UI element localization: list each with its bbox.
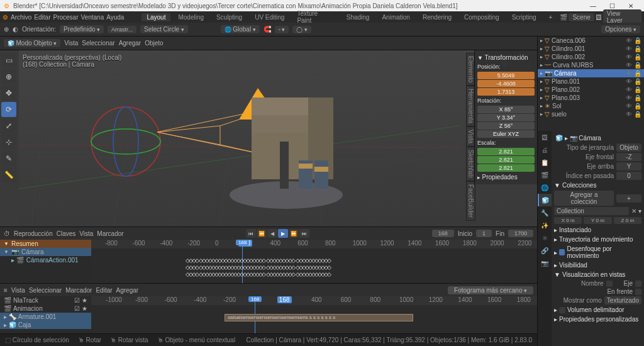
outliner-item[interactable]: ▸▽Cilindro.001👁🔒 [538, 45, 644, 53]
move-tool[interactable]: ✥ [1, 86, 16, 101]
show-axis[interactable] [635, 281, 641, 287]
motion-blur-check[interactable] [559, 249, 565, 255]
nla-icon[interactable]: ≡ [4, 287, 8, 294]
nla-strip[interactable]: salsalsensensensensensensensens s s s s … [225, 314, 413, 321]
view-menu-tl[interactable]: Vista [79, 230, 93, 237]
props-header[interactable]: ▸ Propiedades [477, 172, 535, 182]
nla-edit-menu[interactable]: Editar [96, 287, 112, 294]
menu-procesar[interactable]: Procesar [53, 14, 78, 21]
up-axis[interactable]: Y [616, 162, 641, 170]
scale-x[interactable]: 2.821 [477, 148, 535, 155]
rot-x[interactable]: X 85° [477, 106, 535, 113]
transform-orientation[interactable]: 🌐 Global ▾ [221, 25, 260, 33]
snap-mode[interactable]: Fotograma más cercano ▾ [448, 286, 533, 294]
play[interactable]: ▶ [278, 229, 288, 238]
workspace-layout[interactable]: Layout [142, 13, 170, 21]
jump-next-key[interactable]: ⏩ [289, 229, 299, 238]
transform-header[interactable]: ▼ Transformación [477, 53, 535, 62]
pos-y[interactable]: -4.4608 [477, 80, 535, 87]
display-as[interactable]: Texturizado [604, 296, 641, 304]
particles-tab[interactable]: ✨ [538, 219, 552, 232]
add-menu[interactable]: Agregar [119, 40, 142, 47]
show-name[interactable] [606, 281, 613, 287]
scene-selector[interactable]: Scene [569, 13, 594, 21]
outliner-item[interactable]: ▸▽Caneca.006👁🔒 [538, 36, 644, 45]
viewlayer-tab[interactable]: 📋 [538, 156, 552, 169]
jump-prev-key[interactable]: ⏪ [257, 229, 267, 238]
physics-tab[interactable]: ⚛ [538, 232, 552, 244]
outliner-item[interactable]: ▸▽Cilindro.002👁🔒 [538, 53, 644, 61]
proportional[interactable]: ◯ ▾ [292, 26, 311, 33]
hierarchy-type[interactable]: Objeto [616, 143, 641, 152]
menu-editar[interactable]: Editar [34, 14, 50, 21]
outliner-item[interactable]: ▸〰Curva NURBS👁🔒 [538, 61, 644, 69]
3d-viewport[interactable]: ▭ ⊕ ✥ ⟳ ⤢ ⊹ ✎ 📏 Personalizada (perspecti… [0, 50, 537, 226]
drag-toggle[interactable]: Arrastr... [108, 26, 136, 33]
workspace-scripting[interactable]: Scripting [507, 13, 541, 21]
rot-mode[interactable]: Euler XYZ [477, 130, 535, 138]
workspace-compositing[interactable]: Compositing [459, 13, 504, 21]
nla-select-menu[interactable]: Seleccionar [29, 287, 62, 294]
outliner-item[interactable]: ▸☀Sol👁🔒 [538, 102, 644, 110]
outliner-item[interactable]: ▸📷Cámara👁🔒 [538, 69, 644, 77]
collection-name[interactable]: Collection [554, 207, 629, 215]
play-reverse[interactable]: ◀ [267, 229, 277, 238]
start-frame[interactable]: 1 [476, 230, 492, 237]
world-tab[interactable]: 🌐 [538, 181, 552, 194]
menu-archivo[interactable]: Archivo [11, 14, 31, 21]
measure-tool[interactable]: 📏 [1, 167, 16, 182]
annotate-tool[interactable]: ✎ [1, 151, 16, 166]
bounds-check[interactable] [559, 307, 565, 313]
dopesheet-icon[interactable]: ⏱ [4, 230, 10, 237]
nla-view-menu[interactable]: Vista [11, 287, 25, 294]
playback-menu[interactable]: Reproducción [14, 230, 53, 237]
end-frame[interactable]: 1700 [508, 230, 533, 237]
minimize-button[interactable]: — [584, 3, 602, 9]
scale-y[interactable]: 2.821 [477, 156, 535, 164]
dup-icon[interactable]: ◐ [13, 26, 18, 33]
dopesheet-tracks[interactable]: -800-600-400-200016840060080010001200140… [91, 240, 537, 283]
outliner-item[interactable]: ▸▽Plano.003👁🔒 [538, 94, 644, 102]
modifier-tab[interactable]: 🔧 [538, 206, 552, 219]
transform-tool[interactable]: ⊹ [1, 135, 16, 150]
snap-icon[interactable]: 🧲 [264, 26, 271, 33]
nla-add-menu[interactable]: Agregar [116, 287, 139, 294]
workspace-rendering[interactable]: Rendering [418, 13, 457, 21]
property-tabs[interactable]: 🖼 🖨 📋 🎬 🌐 🧊 🔧 ✨ ⚛ 🔗 📷 [538, 131, 552, 346]
maximize-button[interactable]: ☐ [602, 3, 621, 9]
preset-dropdown[interactable]: Predefinido ▾ [60, 25, 104, 33]
pos-z[interactable]: 1.7313 [477, 88, 535, 96]
select-circle[interactable]: Select Circle ▾ [140, 25, 188, 33]
marker-menu[interactable]: Marcador [97, 230, 123, 237]
workspace-uv[interactable]: UV Editing [250, 13, 289, 21]
options-dropdown[interactable]: Opciones ▾ [601, 25, 640, 33]
object-menu[interactable]: Objeto [145, 40, 163, 47]
nla-tracks[interactable]: -1000-800-600-400-2000168400600800100012… [91, 296, 537, 333]
close-button[interactable]: ✕ [621, 3, 640, 9]
scale-tool[interactable]: ⤢ [1, 118, 16, 133]
workspace-add[interactable]: + [544, 13, 558, 21]
select-menu[interactable]: Seleccionar [82, 40, 114, 47]
jump-start[interactable]: ⏮ [246, 229, 256, 238]
n-panel-tabs[interactable]: ElementoHerramientaVistaSketchfabFaceBui… [467, 53, 474, 221]
dopesheet-tree[interactable]: ▼Resumen ▼📷 Cámara ▸ 🎬 CámaraAction.001 [0, 240, 91, 283]
outliner-item[interactable]: ▸▽suelo👁🔒 [538, 110, 644, 118]
jump-end[interactable]: ⏭ [299, 229, 309, 238]
rot-z[interactable]: Z 56° [477, 122, 535, 130]
snap-dropdown[interactable]: ▫ ▾ [275, 26, 289, 33]
select-box-tool[interactable]: ▭ [1, 53, 16, 68]
workspace-sculpting[interactable]: Sculpting [211, 13, 247, 21]
workspace-animation[interactable]: Animation [377, 13, 414, 21]
nla-marker-menu[interactable]: Marcador [65, 287, 92, 294]
add-to-collection[interactable]: Agregar a colección [554, 191, 614, 206]
keying-menu[interactable]: Claves [57, 230, 76, 237]
mode-selector[interactable]: 🧊 Modo Objeto ▾ [4, 39, 60, 47]
outliner-item[interactable]: ▸▽Plano.001👁🔒 [538, 77, 644, 86]
in-front[interactable] [635, 289, 641, 295]
nla-tree[interactable]: 🎬 NlaTrack☑ ★ 🎬 Animacion☑ ★ ▸ 🦴 Armatur… [0, 296, 91, 333]
pass-index[interactable]: 0 [616, 172, 641, 180]
current-frame[interactable]: 168 [432, 230, 454, 237]
outliner-item[interactable]: ▸▽Plano.002👁🔒 [538, 86, 644, 94]
cursor-tool[interactable]: ⊕ [1, 69, 16, 84]
scene-tab[interactable]: 🎬 [538, 169, 552, 181]
